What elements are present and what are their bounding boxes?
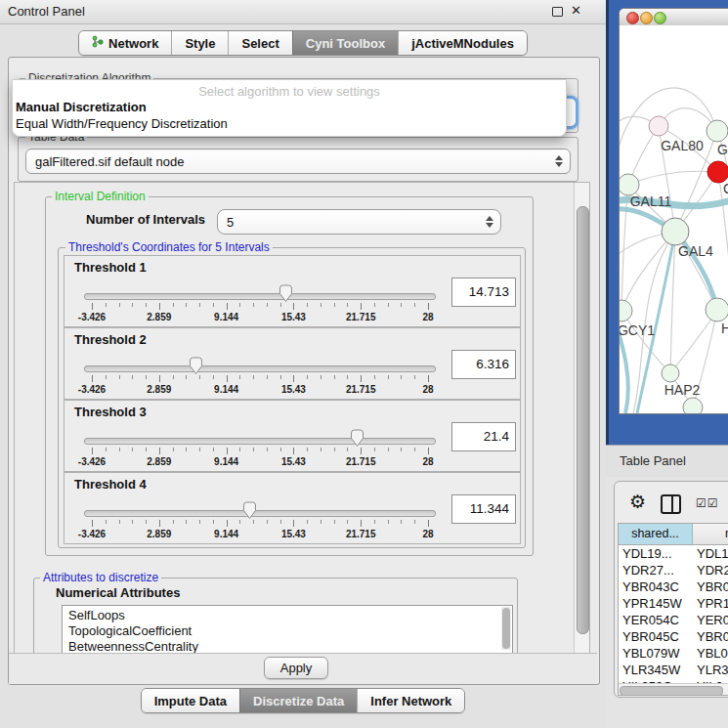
close-icon[interactable]: ✕	[571, 3, 581, 18]
threshold-value-field[interactable]: 21.4	[451, 422, 516, 451]
apply-button[interactable]: Apply	[264, 657, 328, 679]
threshold-slider[interactable]: -3.4262.8599.14415.4321.71528	[84, 281, 436, 324]
slider-tick	[199, 448, 200, 451]
network-node	[620, 174, 639, 195]
number-of-intervals-select[interactable]: 5	[217, 209, 501, 235]
network-edge	[628, 171, 718, 185]
threshold-value-field[interactable]: 6.316	[451, 350, 516, 379]
slider-thumb[interactable]	[241, 501, 258, 524]
cell-shared-name: YLR345W	[622, 663, 680, 677]
close-traffic-light-icon[interactable]	[626, 12, 639, 24]
table-row[interactable]: YDL19...YDL1	[619, 545, 728, 562]
slider-tick-label: -3.426	[78, 456, 106, 467]
cell-shared-name: YBL079W	[622, 646, 680, 661]
network-node	[683, 398, 703, 413]
number-of-intervals-label: Number of Intervals	[86, 212, 205, 227]
tab-label: Infer Network	[370, 694, 451, 708]
table-row[interactable]: YDR27...YDR2	[619, 562, 728, 578]
cell-name: YBR0	[697, 579, 728, 594]
slider-tick	[401, 520, 402, 524]
slider-tick	[213, 375, 214, 379]
numerical-attributes-list[interactable]: SelfLoopsTopologicalCoefficientBetweenne…	[62, 605, 513, 655]
slider-tick	[119, 520, 120, 524]
slider-tick-label: -3.426	[78, 384, 106, 395]
float-window-icon[interactable]	[552, 7, 563, 17]
cell-name: YPR1	[697, 596, 728, 611]
application-window: Control Panel ✕ NetworkStyleSelectCyni T…	[0, 0, 728, 728]
attributes-group-title: Attributes to discretize	[40, 571, 161, 584]
horizontal-scrollbar[interactable]	[619, 683, 728, 696]
slider-tick-label: 2.859	[147, 529, 171, 539]
slider-thumb[interactable]	[188, 357, 204, 379]
threshold-slider[interactable]: -3.4262.8599.14415.4321.71528	[84, 498, 436, 541]
table-panel-header: Table Panel	[606, 445, 728, 478]
network-node-label: C	[723, 181, 728, 196]
control-panel-titlebar: Control Panel ✕	[0, 0, 606, 24]
slider-tick	[414, 375, 415, 379]
top-tab-group: NetworkStyleSelectCyni ToolboxjActiveMNo…	[78, 30, 528, 56]
tab-select[interactable]: Select	[228, 31, 291, 55]
tab-style[interactable]: Style	[171, 31, 228, 55]
network-window[interactable]: GAL80GACGAL11GAL4GCY1HHAP2	[619, 8, 728, 414]
table-row[interactable]: YER054CYER0	[619, 612, 728, 628]
tab-infer-network[interactable]: Infer Network	[357, 689, 464, 712]
attribute-list-item[interactable]: TopologicalCoefficient	[63, 623, 512, 639]
node-table[interactable]: shared... na YDL19...YDL1YDR27...YDR2YBR…	[618, 523, 728, 696]
cell-shared-name: YBR043C	[622, 579, 679, 594]
vertical-scrollbar[interactable]	[574, 183, 590, 654]
select-checkboxes-icon[interactable]: ☑☑	[696, 496, 719, 510]
slider-tick-label: 28	[422, 456, 433, 467]
tab-jactivemnodules[interactable]: jActiveMNodules	[398, 31, 527, 55]
zoom-traffic-light-icon[interactable]	[654, 12, 666, 24]
slider-tick	[401, 375, 402, 379]
column-header-name[interactable]: na	[693, 524, 728, 545]
slider-tick	[227, 448, 228, 454]
tab-network[interactable]: Network	[79, 31, 171, 55]
slider-tick-label: 21.715	[346, 456, 376, 467]
table-data-select[interactable]: galFiltered.sif default node	[25, 149, 571, 174]
cell-shared-name: YBR045C	[622, 629, 679, 644]
slider-tick	[92, 303, 93, 310]
network-node-label: GAL11	[630, 193, 672, 209]
slider-tick-label: 21.715	[346, 529, 376, 539]
table-row[interactable]: YBR043CYBR0	[619, 578, 728, 595]
tab-cyni-toolbox[interactable]: Cyni Toolbox	[292, 31, 398, 55]
slider-thumb[interactable]	[278, 284, 294, 307]
slider-tick-label: 15.43	[281, 384, 306, 395]
table-row[interactable]: YBR045CYBR0	[619, 628, 728, 645]
table-row[interactable]: YLR345WYLR3	[619, 662, 728, 678]
threshold-panel: Threshold 1-3.4262.8599.14415.4321.71528…	[64, 255, 521, 327]
network-window-titlebar[interactable]	[620, 9, 728, 26]
slider-tick	[267, 448, 268, 451]
gear-icon[interactable]: ⚙	[629, 491, 646, 513]
horizontal-scrollbar-thumb[interactable]	[620, 686, 723, 696]
table-row[interactable]: YBL079WYBL0	[619, 645, 728, 662]
slider-tick	[186, 303, 187, 307]
threshold-slider[interactable]: -3.4262.8599.14415.4321.71528	[84, 426, 436, 469]
slider-tick	[361, 303, 362, 310]
table-row[interactable]: YPR145WYPR1	[619, 595, 728, 612]
columns-icon[interactable]	[661, 494, 681, 514]
network-canvas[interactable]: GAL80GACGAL11GAL4GCY1HHAP2	[620, 25, 728, 413]
slider-tick	[92, 375, 93, 382]
menu-item-equal-width-frequency[interactable]: Equal Width/Frequency Discretization	[16, 116, 228, 131]
column-header-shared-name[interactable]: shared...	[619, 524, 693, 545]
list-scrollbar[interactable]	[501, 607, 511, 650]
slider-thumb[interactable]	[349, 429, 365, 451]
tab-discretize-data[interactable]: Discretize Data	[239, 689, 357, 712]
slider-tick	[334, 375, 335, 379]
network-node-label: H	[721, 321, 728, 336]
panel-divider	[606, 0, 609, 445]
threshold-value-field[interactable]: 11.344	[451, 494, 516, 524]
slider-tick	[374, 303, 375, 307]
slider-tick-label: 2.859	[147, 384, 171, 395]
menu-item-manual-discretization[interactable]: Manual Discretization	[16, 100, 147, 114]
threshold-value-field[interactable]: 14.713	[451, 278, 516, 307]
slider-tick	[267, 375, 268, 379]
tab-impute-data[interactable]: Impute Data	[142, 689, 239, 712]
vertical-scrollbar-thumb[interactable]	[577, 206, 589, 634]
attribute-list-item[interactable]: SelfLoops	[63, 608, 512, 623]
threshold-slider[interactable]: -3.4262.8599.14415.4321.71528	[84, 354, 436, 397]
network-node-label: GCY1	[620, 322, 655, 338]
minimize-traffic-light-icon[interactable]	[640, 12, 653, 24]
